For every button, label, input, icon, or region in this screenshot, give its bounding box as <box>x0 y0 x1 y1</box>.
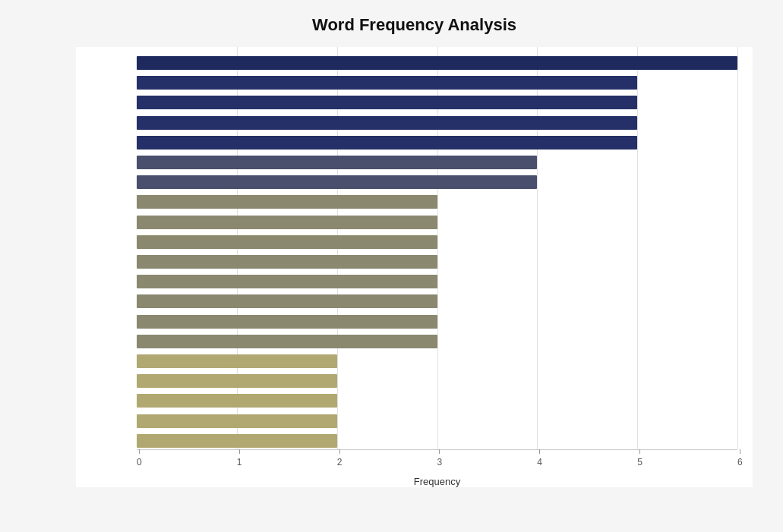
bar-track <box>137 216 737 229</box>
bar-row: include <box>137 433 737 449</box>
bar-fill <box>137 175 537 189</box>
x-tick-label: 6 <box>737 457 743 467</box>
bar-fill <box>137 156 537 169</box>
bar-fill <box>137 315 437 329</box>
bar-track <box>137 414 737 428</box>
bar-track <box>137 394 737 408</box>
bar-track <box>137 175 737 189</box>
x-tick-label: 1 <box>237 457 242 467</box>
chart-area: showattackpeopleplanplotconcertcohenterr… <box>76 47 753 487</box>
x-tick-label: 3 <box>437 457 443 467</box>
bar-fill <box>137 116 637 130</box>
x-tick: 3 <box>437 449 443 467</box>
x-tick-label: 2 <box>337 457 343 467</box>
x-tick-line <box>139 449 140 454</box>
x-tick-label: 4 <box>537 457 542 467</box>
bar-row: plan <box>137 115 737 131</box>
bar-fill <box>137 216 437 229</box>
bar-fill <box>137 335 437 348</box>
bar-track <box>137 315 737 329</box>
chart-title: Word Frequency Analysis <box>76 15 753 35</box>
bar-row: cancel <box>137 313 737 330</box>
x-tick-line <box>439 449 440 454</box>
bar-row: huge <box>137 373 737 389</box>
bar-row: show <box>137 55 737 71</box>
x-tick-line <box>639 449 640 454</box>
bar-fill <box>137 96 637 109</box>
bar-fill <box>137 76 637 90</box>
bar-row: plot <box>137 134 737 151</box>
x-tick-label: 0 <box>137 457 142 467</box>
bar-fill <box>137 56 737 70</box>
bar-row: thousands <box>137 413 737 430</box>
bar-row: concert <box>137 154 737 171</box>
bar-fill <box>137 354 337 368</box>
bar-track <box>137 76 737 90</box>
bar-fill <box>137 255 437 269</box>
bar-row: tour <box>137 234 737 250</box>
bar-row: people <box>137 94 737 111</box>
bar-row: authorities <box>137 333 737 350</box>
bar-track <box>137 116 737 130</box>
bar-track <box>137 294 737 308</box>
x-tick: 1 <box>237 449 242 467</box>
bar-fill <box>137 414 337 428</box>
bar-track <box>137 235 737 249</box>
bar-fill <box>137 195 437 209</box>
bar-row: terrorist <box>137 194 737 210</box>
x-tick-line <box>539 449 540 454</box>
bar-fill <box>137 235 437 249</box>
x-tick: 0 <box>137 449 142 467</box>
bars-wrapper: showattackpeopleplanplotconcertcohenterr… <box>76 47 753 449</box>
bar-fill <box>137 294 437 308</box>
x-tick-line <box>339 449 340 454</box>
bar-track <box>137 195 737 209</box>
x-tick: 2 <box>337 449 343 467</box>
x-tick: 5 <box>637 449 643 467</box>
bar-track <box>137 136 737 150</box>
bar-track <box>137 335 737 348</box>
bar-track <box>137 255 737 269</box>
bar-row: vienna <box>137 253 737 270</box>
bar-track <box>137 354 737 368</box>
bar-fill <box>137 374 337 388</box>
bar-track <box>137 156 737 169</box>
x-axis: 0123456 Frequency <box>137 449 737 487</box>
x-tick-label: 5 <box>637 457 643 467</box>
bar-row: number <box>137 293 737 310</box>
bar-track <box>137 374 737 388</box>
x-tick-line <box>740 449 740 454</box>
x-tick: 4 <box>537 449 542 467</box>
bar-fill <box>137 394 337 408</box>
bar-fill <box>137 275 437 288</box>
bar-track <box>137 275 737 288</box>
bar-row: cohen <box>137 174 737 190</box>
bar-row: tens <box>137 392 737 409</box>
x-tick-line <box>239 449 240 454</box>
x-tick: 6 <box>737 449 743 467</box>
bar-fill <box>137 434 337 448</box>
bar-fill <box>137 136 637 150</box>
chart-container: Word Frequency Analysis showattackpeople… <box>0 0 783 532</box>
bar-track <box>137 96 737 109</box>
bar-track <box>137 434 737 448</box>
bar-row: swift <box>137 353 737 370</box>
bar-row: kill <box>137 273 737 290</box>
bar-track <box>137 56 737 70</box>
bar-row: eras <box>137 214 737 231</box>
bar-row: attack <box>137 74 737 91</box>
x-axis-title: Frequency <box>137 476 737 487</box>
